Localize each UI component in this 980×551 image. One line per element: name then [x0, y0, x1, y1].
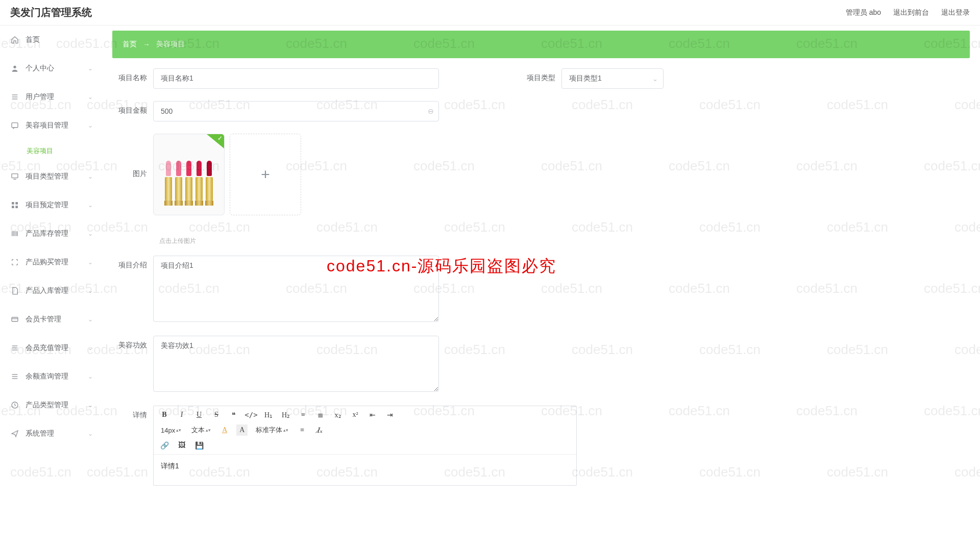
upload-hint: 点击上传图片	[159, 237, 970, 245]
sidebar-item-stock[interactable]: 产品库存管理 ⌄	[0, 219, 102, 248]
upload-thumb[interactable]	[153, 134, 225, 215]
textstyle-select[interactable]: 文本▴▾	[189, 425, 213, 435]
sidebar-item-label: 产品库存管理	[26, 229, 68, 238]
sup-button[interactable]: x²	[350, 409, 361, 420]
svg-rect-8	[15, 202, 18, 205]
fontsize-select[interactable]: 14px▴▾	[159, 427, 183, 434]
sidebar-item-balance[interactable]: 余额查询管理 ⌄	[0, 362, 102, 391]
outdent-button[interactable]: ⇤	[367, 409, 378, 420]
lipstick-image	[154, 161, 224, 206]
sidebar-item-label: 产品购买管理	[26, 258, 68, 267]
ul-button[interactable]: ≣	[315, 409, 326, 420]
effect-textarea[interactable]: 美容功效1	[153, 336, 439, 392]
type-select[interactable]: 项目类型1 ⌄	[561, 68, 664, 89]
check-icon	[207, 134, 224, 148]
effect-label: 美容功效	[112, 336, 153, 350]
sidebar-subitem-beauty-proj[interactable]: 美容项目	[0, 140, 102, 162]
ol-button[interactable]: ≡	[298, 409, 309, 420]
svg-rect-9	[12, 206, 14, 208]
list-icon	[10, 343, 19, 353]
sidebar-item-label: 美容项目管理	[26, 121, 68, 130]
sidebar-item-label: 首页	[26, 35, 40, 44]
sidebar-item-proj-reserve[interactable]: 项目预定管理 ⌄	[0, 191, 102, 219]
type-label: 项目类型	[521, 68, 561, 83]
link-button[interactable]: 🔗	[159, 440, 170, 451]
chevron-down-icon: ⌄	[88, 259, 93, 266]
amount-input[interactable]	[153, 101, 439, 121]
strike-button[interactable]: S	[211, 409, 222, 420]
user-icon	[10, 64, 19, 73]
exit-front-link[interactable]: 退出到前台	[893, 8, 929, 17]
sidebar-item-label: 产品入库管理	[26, 286, 68, 295]
sidebar-item-label: 项目类型管理	[26, 172, 68, 181]
home-icon	[10, 35, 19, 44]
chevron-down-icon: ⌄	[88, 316, 93, 323]
amount-label: 项目金额	[112, 101, 153, 115]
chat-icon	[10, 121, 19, 130]
clear-icon[interactable]: ⊖	[428, 107, 434, 115]
align-button[interactable]: ≡	[297, 424, 308, 436]
chevron-down-icon: ⌄	[88, 344, 93, 352]
sidebar-item-purchase[interactable]: 产品购买管理 ⌄	[0, 248, 102, 277]
image-button[interactable]: 🖼	[176, 440, 187, 451]
indent-button[interactable]: ⇥	[384, 409, 396, 420]
breadcrumb-sep: →	[143, 40, 150, 48]
sidebar-item-prod-type[interactable]: 产品类型管理 ⌄	[0, 391, 102, 419]
send-icon	[10, 429, 19, 438]
code-button[interactable]: </>	[246, 409, 257, 420]
sidebar-item-beauty-proj[interactable]: 美容项目管理 ⌄	[0, 111, 102, 140]
sidebar-item-label: 项目预定管理	[26, 201, 68, 210]
app-title: 美发门店管理系统	[10, 6, 92, 19]
sub-button[interactable]: x₂	[332, 409, 344, 420]
chevron-down-icon: ⌄	[88, 122, 93, 129]
sidebar-item-member-card[interactable]: 会员卡管理 ⌄	[0, 305, 102, 334]
sidebar-item-system[interactable]: 系统管理 ⌄	[0, 419, 102, 448]
quote-button[interactable]: ❝	[228, 409, 239, 420]
svg-rect-7	[12, 202, 14, 205]
clearformat-button[interactable]: I̷ₓ	[314, 424, 325, 436]
editor-toolbar: B I U S ❝ </> H₁ H₂ ≡ ≣ x₂ x² ⇤ ⇥ 14px▴▾	[154, 406, 576, 455]
logout-link[interactable]: 退出登录	[941, 8, 970, 17]
main-content: 首页 → 美容项目 项目名称 项目类型 项目类型1 ⌄ 项目金额 ⊖	[102, 26, 980, 551]
list-icon	[10, 372, 19, 381]
file-icon	[10, 286, 19, 295]
italic-button[interactable]: I	[176, 409, 187, 420]
sidebar-item-label: 个人中心	[26, 64, 54, 73]
svg-rect-10	[15, 206, 18, 208]
breadcrumb: 首页 → 美容项目	[112, 31, 970, 58]
h1-button[interactable]: H₁	[263, 409, 274, 420]
sidebar-item-proj-type[interactable]: 项目类型管理 ⌄	[0, 162, 102, 191]
save-button[interactable]: 💾	[193, 440, 205, 451]
name-input[interactable]	[153, 68, 439, 89]
chevron-down-icon: ⌄	[88, 373, 93, 380]
breadcrumb-home[interactable]: 首页	[122, 40, 137, 49]
row-amount: 项目金额 ⊖	[112, 101, 970, 121]
sidebar-item-profile[interactable]: 个人中心 ⌄	[0, 54, 102, 83]
chevron-down-icon: ⌄	[88, 402, 93, 409]
chevron-down-icon: ⌄	[88, 93, 93, 101]
svg-rect-5	[12, 174, 18, 178]
row-detail: 详情 B I U S ❝ </> H₁ H₂ ≡ ≣ x₂ x² ⇤ ⇥	[112, 406, 970, 486]
monitor-icon	[10, 172, 19, 181]
type-value: 项目类型1	[569, 74, 602, 83]
card-icon	[10, 315, 19, 324]
upload-add-button[interactable]: +	[230, 134, 301, 215]
sidebar-item-inbound[interactable]: 产品入库管理 ⌄	[0, 277, 102, 305]
h2-button[interactable]: H₂	[280, 409, 291, 420]
sidebar-item-users[interactable]: 用户管理 ⌄	[0, 83, 102, 111]
sidebar-item-label: 产品类型管理	[26, 400, 68, 410]
watermark-big: code51.cn-源码乐园盗图必究	[327, 255, 556, 278]
sidebar-item-label: 会员充值管理	[26, 343, 68, 353]
editor-content[interactable]: 详情1	[154, 455, 576, 485]
fontfamily-select[interactable]: 标准字体▴▾	[254, 425, 290, 435]
bgcolor-button[interactable]: A	[236, 424, 248, 436]
bold-button[interactable]: B	[159, 409, 170, 420]
image-label: 图片	[112, 134, 153, 179]
textcolor-button[interactable]: A	[219, 424, 230, 436]
sidebar-item-home[interactable]: 首页	[0, 26, 102, 54]
admin-label[interactable]: 管理员 abo	[846, 8, 881, 17]
row-image: 图片 +	[112, 134, 970, 215]
sidebar-item-recharge[interactable]: 会员充值管理 ⌄	[0, 334, 102, 362]
svg-rect-16	[12, 317, 18, 321]
underline-button[interactable]: U	[193, 409, 205, 420]
